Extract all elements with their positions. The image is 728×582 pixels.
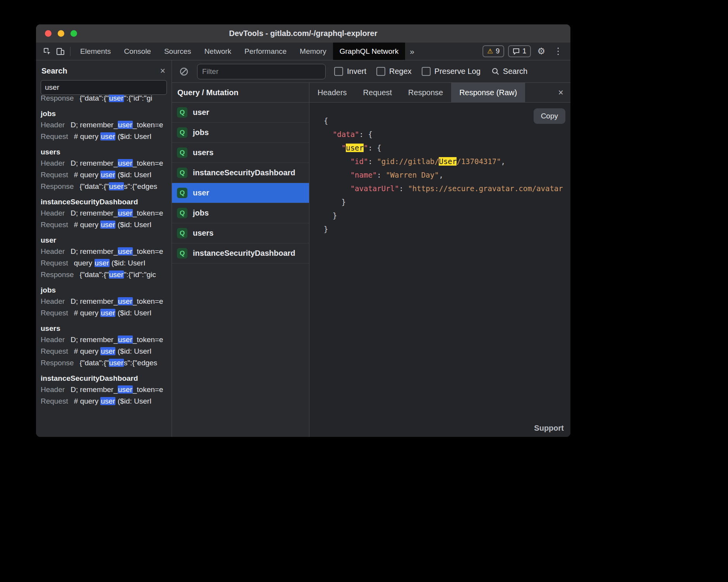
checkbox-box-regex[interactable] [376,67,385,76]
settings-gear-icon[interactable]: ⚙ [535,46,548,56]
query-list-item[interactable]: QinstanceSecurityDashboard [172,243,309,264]
query-list-item[interactable]: Qjobs [172,203,309,223]
search-result-line[interactable]: Response{"data":{"user":{"id":"gi [41,95,172,104]
search-group-title: instanceSecurityDashboard [41,374,172,383]
query-list-item[interactable]: Qusers [172,143,309,163]
json-token: } [324,198,346,206]
checkbox-box-invert[interactable] [334,67,343,76]
issues-badge[interactable]: 1 [508,45,531,57]
checkbox-regex[interactable]: Regex [376,67,412,76]
detail-tab-request[interactable]: Request [355,83,400,102]
tab-memory[interactable]: Memory [293,43,333,60]
query-list-item[interactable]: Qjobs [172,123,309,143]
line-content: D; remember_user_token=e [70,296,163,307]
support-link[interactable]: Support [534,424,564,433]
line-label: Request [41,307,68,319]
checkbox-invert[interactable]: Invert [334,67,366,76]
tab-network[interactable]: Network [198,43,238,60]
line-text: ($id: UserI [115,132,151,140]
tab-sources[interactable]: Sources [158,43,198,60]
more-tabs-button[interactable]: » [405,47,419,56]
search-close-icon[interactable]: × [160,67,165,75]
search-result-line[interactable]: Request# query user ($id: UserI [41,131,172,142]
checkbox-box-preserve-log[interactable] [422,67,431,76]
line-text: # query [74,171,101,179]
json-line: "id": "gid://gitlab/User/13704317", [324,155,570,168]
line-label: Response [41,357,74,369]
line-label: Request [41,219,68,231]
query-name: user [193,188,209,197]
json-token: "https://secure.gravatar.com/avatar [408,184,563,193]
tab-graphql-network[interactable]: GraphQL Network [333,43,405,60]
line-content: # query user ($id: UserI [74,346,152,357]
inspect-element-icon[interactable] [41,45,54,58]
search-result-line[interactable]: Request# query user ($id: UserI [41,346,172,357]
line-content: # query user ($id: UserI [74,395,152,407]
line-text: query [74,259,94,267]
kebab-menu-icon[interactable]: ⋮ [551,46,565,56]
json-token: /13704317" [457,157,501,166]
zoom-window-button[interactable] [70,30,77,37]
line-text: ($id: UserI [115,397,151,405]
search-match: user [100,347,115,355]
query-list: QuserQjobsQusersQinstanceSecurityDashboa… [172,103,309,437]
toolbar-right: ⚠ 9 1 ⚙ ⋮ [482,45,570,57]
line-text: _token=e [133,336,163,344]
checkbox-label-preserve-log: Preserve Log [434,67,481,76]
filter-search-control[interactable]: Search [491,67,527,76]
query-list-item[interactable]: Quser [172,103,309,123]
tab-performance[interactable]: Performance [238,43,293,60]
search-result-line[interactable]: Response{"data":{"users":{"edges [41,357,172,369]
line-text: # query [74,397,101,405]
search-result-line[interactable]: Request# query user ($id: UserI [41,169,172,181]
json-token: "data" [333,130,359,139]
query-list-item[interactable]: Quser [172,183,309,203]
search-input[interactable] [41,80,167,95]
detail-tab-headers[interactable]: Headers [309,83,355,102]
json-token [324,130,333,139]
warnings-badge[interactable]: ⚠ 9 [482,45,504,57]
copy-button[interactable]: Copy [534,108,565,124]
device-toolbar-icon[interactable] [54,45,67,58]
search-result-line[interactable]: Response{"data":{"user":{"id":"gic [41,269,172,281]
close-window-button[interactable] [45,30,52,37]
line-content: D; remember_user_token=e [70,384,163,395]
detail-tab-response-raw[interactable]: Response (Raw) [451,83,525,102]
filter-input[interactable] [197,64,326,79]
line-text: D; remember_ [70,121,117,129]
query-type-badge: Q [177,228,187,238]
block-icon[interactable] [179,67,189,76]
line-label: Request [41,169,68,181]
search-result-line[interactable]: Request# query user ($id: UserI [41,307,172,319]
search-result-line[interactable]: HeaderD; remember_user_token=e [41,296,172,307]
search-result-line[interactable]: HeaderD; remember_user_token=e [41,157,172,169]
search-result-line[interactable]: HeaderD; remember_user_token=e [41,384,172,395]
search-result-line[interactable]: Request# query user ($id: UserI [41,395,172,407]
line-label: Response [41,95,74,104]
json-line: } [324,195,570,209]
tab-elements[interactable]: Elements [74,43,117,60]
line-text: s":{"edges [124,182,157,190]
search-result-line[interactable]: HeaderD; remember_user_token=e [41,207,172,219]
line-text: _token=e [133,121,163,129]
line-content: # query user ($id: UserI [74,219,152,231]
line-content: D; remember_user_token=e [70,246,163,257]
line-content: # query user ($id: UserI [74,169,152,181]
search-result-line[interactable]: HeaderD; remember_user_token=e [41,119,172,131]
search-result-line[interactable]: HeaderD; remember_user_token=e [41,334,172,346]
checkbox-preserve-log[interactable]: Preserve Log [422,67,481,76]
detail-tab-response[interactable]: Response [400,83,451,102]
search-result-line[interactable]: Request# query user ($id: UserI [41,219,172,231]
search-result-line[interactable]: HeaderD; remember_user_token=e [41,246,172,257]
json-token: : [399,184,408,193]
search-result-line[interactable]: Response{"data":{"users":{"edges [41,181,172,192]
query-name: jobs [193,128,209,137]
response-body: Copy { "data": { "user": { "id": "gid://… [309,103,570,437]
search-result-line[interactable]: Requestquery user ($id: UserI [41,257,172,269]
query-type-badge: Q [177,248,187,258]
query-list-item[interactable]: Qusers [172,223,309,243]
query-list-item[interactable]: QinstanceSecurityDashboard [172,163,309,183]
tab-console[interactable]: Console [117,43,158,60]
detail-close-icon[interactable]: × [558,88,570,97]
minimize-window-button[interactable] [58,30,64,37]
